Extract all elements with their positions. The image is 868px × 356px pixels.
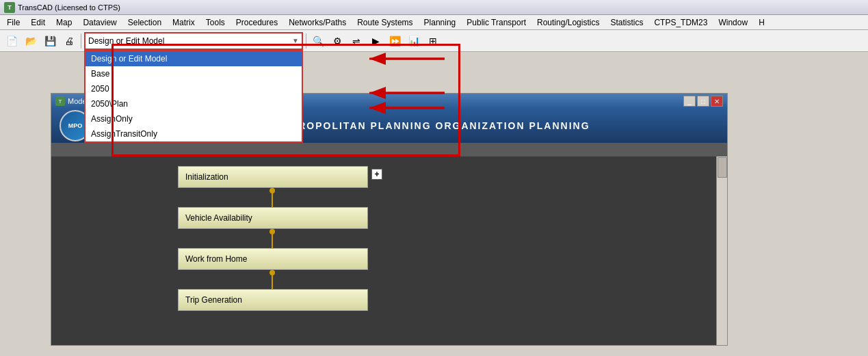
save-button[interactable]: 💾	[41, 32, 59, 50]
menu-bar: File Edit Map Dataview Selection Matrix …	[0, 15, 868, 30]
dropdown-option-base[interactable]: Base	[86, 66, 302, 81]
separator-1	[81, 33, 81, 49]
menu-edit[interactable]: Edit	[25, 15, 51, 29]
connector-line-2	[272, 229, 273, 248]
dropdown-option-assignonly[interactable]: AssignOnly	[86, 111, 302, 126]
dropdown-option-2050[interactable]: 2050	[86, 81, 302, 96]
menu-tools[interactable]: Tools	[200, 15, 231, 29]
print-button[interactable]: 🖨	[60, 32, 78, 50]
run-button[interactable]: ▶	[367, 32, 384, 50]
menu-planning[interactable]: Planning	[419, 15, 462, 29]
dropdown-menu: Design or Edit Model Base 2050 2050\Plan…	[84, 50, 303, 143]
dropdown-option-design[interactable]: Design or Edit Model	[86, 51, 302, 66]
menu-route-systems[interactable]: Route Systems	[352, 15, 418, 29]
extra-button[interactable]: ⊞	[424, 32, 442, 50]
connector-line-1	[272, 188, 273, 207]
menu-help[interactable]: H	[753, 15, 770, 29]
separator-2	[306, 33, 306, 49]
dropdown-option-assigntransit[interactable]: AssignTransitOnly	[86, 126, 302, 141]
connector-line-3	[272, 270, 273, 289]
maximize-button[interactable]: □	[697, 96, 709, 107]
menu-public-transport[interactable]: Public Transport	[461, 15, 531, 29]
mdi-app-icon: T	[55, 96, 65, 106]
dropdown-selected-value: Design or Edit Model	[88, 36, 164, 46]
app-title: TransCAD (Licensed to CTPS)	[18, 3, 120, 12]
work-from-home-label: Work from Home	[185, 254, 247, 264]
mdi-body: + Initialization Vehicle Availability Wo…	[51, 156, 727, 345]
toolbar: 📄 📂 💾 🖨 Design or Edit Model ▼ Design or…	[0, 30, 868, 52]
initialization-expand-button[interactable]: +	[371, 169, 382, 180]
scrollbar[interactable]	[716, 156, 727, 345]
gray-strip	[51, 143, 727, 156]
trip-generation-label: Trip Generation	[185, 295, 242, 305]
search-button[interactable]: 🔍	[309, 32, 327, 50]
vehicle-availability-box[interactable]: Vehicle Availability	[178, 207, 368, 229]
report-button[interactable]: 📊	[405, 32, 423, 50]
initialization-box[interactable]: Initialization	[178, 166, 368, 188]
minimize-button[interactable]: _	[683, 96, 696, 107]
menu-window[interactable]: Window	[713, 15, 753, 29]
open-button[interactable]: 📂	[22, 32, 40, 50]
menu-routing[interactable]: Routing/Logistics	[531, 15, 605, 29]
menu-procedures[interactable]: Procedures	[231, 15, 283, 29]
dropdown-arrow-icon: ▼	[292, 37, 299, 44]
menu-ctps[interactable]: CTPS_TDM23	[648, 15, 713, 29]
connect-button[interactable]: ⇌	[347, 32, 365, 50]
model-dropdown-container: Design or Edit Model ▼ Design or Edit Mo…	[84, 32, 303, 50]
run-all-button[interactable]: ⏩	[386, 32, 404, 50]
vehicle-availability-label: Vehicle Availability	[185, 213, 252, 223]
model-dropdown[interactable]: Design or Edit Model ▼	[84, 32, 303, 50]
title-bar: T TransCAD (Licensed to CTPS)	[0, 0, 868, 15]
menu-map[interactable]: Map	[51, 15, 77, 29]
menu-file[interactable]: File	[1, 15, 25, 29]
menu-dataview[interactable]: Dataview	[77, 15, 122, 29]
menu-statistics[interactable]: Statistics	[605, 15, 648, 29]
app-icon: T	[4, 2, 15, 13]
new-button[interactable]: 📄	[3, 32, 21, 50]
settings-button[interactable]: ⚙	[328, 32, 346, 50]
close-button[interactable]: ✕	[711, 96, 723, 107]
menu-networks[interactable]: Networks/Paths	[283, 15, 352, 29]
initialization-label: Initialization	[185, 172, 228, 182]
menu-matrix[interactable]: Matrix	[167, 15, 200, 29]
scrollbar-thumb[interactable]	[718, 157, 727, 178]
work-from-home-box[interactable]: Work from Home	[178, 248, 368, 270]
trip-generation-box[interactable]: Trip Generation	[178, 289, 368, 311]
menu-selection[interactable]: Selection	[122, 15, 167, 29]
dropdown-option-2050plan[interactable]: 2050\Plan	[86, 96, 302, 111]
